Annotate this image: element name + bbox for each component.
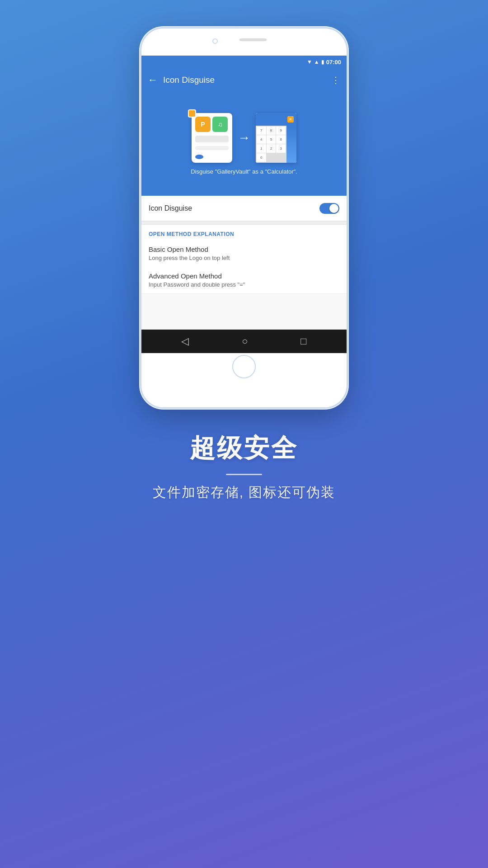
calc-btn-6[interactable]: 6 [276, 135, 286, 144]
phone-bottom [141, 353, 347, 380]
open-method-section-label: OPEN METHOD EXPLANATION [141, 225, 347, 240]
drag-indicator [188, 109, 196, 118]
nav-bar: ◁ ○ □ [141, 330, 347, 353]
app-icon-orange: P [195, 117, 211, 132]
nav-recent-button[interactable]: □ [300, 335, 306, 347]
app-placeholder2 [195, 146, 229, 150]
hero-image: P ♫ → ✕ 7 8 [141, 92, 347, 196]
basic-method-desc: Long press the Logo on top left [149, 255, 339, 261]
battery-icon: ▮ [321, 59, 324, 65]
status-icons: ▼ ▲ ▮ 07:00 [307, 59, 341, 66]
hero-arrow: → [238, 131, 250, 145]
calc-btn-2[interactable]: 2 [267, 144, 276, 153]
nav-back-button[interactable]: ◁ [181, 335, 189, 347]
home-button[interactable] [232, 355, 256, 378]
hero-illustration: P ♫ → ✕ 7 8 [192, 113, 296, 163]
calc-close-icon: ✕ [287, 116, 294, 123]
nav-home-button[interactable]: ○ [242, 335, 248, 347]
basic-method-title: Basic Open Method [149, 245, 339, 253]
phone-frame: ▼ ▲ ▮ 07:00 ← Icon Disguise ⋮ P ♫ [140, 27, 348, 409]
calc-btn-1[interactable]: 1 [257, 144, 266, 153]
calculator-panel: ✕ 7 8 9 4 5 6 1 2 3 0 [256, 113, 296, 163]
toggle-row: Icon Disguise [141, 196, 347, 221]
calc-side-strip [286, 126, 296, 163]
divider-line [226, 474, 262, 475]
status-time: 07:00 [326, 59, 341, 66]
advanced-method-desc: Input Password and double press "=" [149, 281, 339, 288]
bottom-section: 超级安全 文件加密存储, 图标还可伪装 [153, 431, 336, 502]
calc-btn-3[interactable]: 3 [276, 144, 286, 153]
app-toolbar: ← Icon Disguise ⋮ [141, 68, 347, 92]
toggle-knob [329, 204, 338, 213]
app-icon-teal: ♫ [212, 117, 228, 132]
sub-heading: 文件加密存储, 图标还可伪装 [153, 483, 336, 502]
phone-camera [212, 38, 218, 44]
main-heading: 超级安全 [190, 431, 298, 466]
app-placeholder [195, 136, 229, 142]
screen: ▼ ▲ ▮ 07:00 ← Icon Disguise ⋮ P ♫ [141, 56, 347, 353]
app-row-1: P ♫ [195, 117, 229, 132]
section-divider [141, 221, 347, 225]
advanced-open-method-item: Advanced Open Method Input Password and … [141, 267, 347, 293]
back-button[interactable]: ← [148, 74, 158, 86]
calc-buttons: 7 8 9 4 5 6 1 2 3 0 [256, 126, 286, 163]
calc-btn-0[interactable]: 0 [257, 153, 266, 162]
toolbar-title: Icon Disguise [163, 75, 326, 85]
basic-open-method-item: Basic Open Method Long press the Logo on… [141, 240, 347, 267]
phone-top [141, 28, 347, 56]
app-dot [195, 155, 203, 159]
calc-header: ✕ [256, 113, 296, 126]
calc-btn-5[interactable]: 5 [267, 135, 276, 144]
calc-btn-7[interactable]: 7 [257, 127, 266, 135]
calc-body: 7 8 9 4 5 6 1 2 3 0 [256, 126, 296, 163]
toggle-switch[interactable] [319, 203, 339, 214]
signal-icon: ▲ [314, 59, 319, 65]
calc-btn-8[interactable]: 8 [267, 127, 276, 135]
advanced-method-title: Advanced Open Method [149, 272, 339, 280]
menu-button[interactable]: ⋮ [331, 75, 340, 85]
wifi-icon: ▼ [307, 59, 312, 65]
calc-btn-9[interactable]: 9 [276, 127, 286, 135]
empty-area [141, 293, 347, 330]
calc-btn-4[interactable]: 4 [257, 135, 266, 144]
app-icons-panel: P ♫ [192, 113, 232, 163]
status-bar: ▼ ▲ ▮ 07:00 [141, 56, 347, 68]
phone-speaker [239, 38, 267, 41]
toggle-label: Icon Disguise [149, 204, 319, 212]
hero-caption: Disguise "GalleryVault" as a "Calculator… [191, 168, 297, 175]
